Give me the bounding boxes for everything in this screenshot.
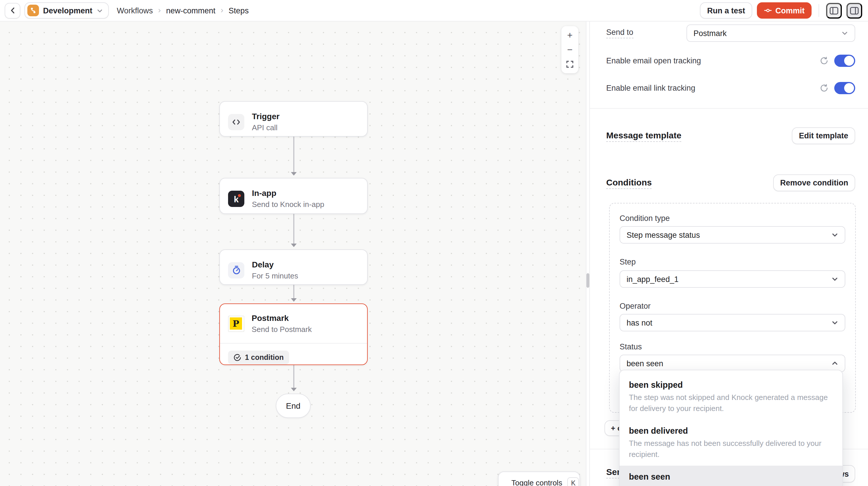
fit-view-button[interactable] <box>562 57 578 71</box>
breadcrumb-steps[interactable]: Steps <box>229 6 249 15</box>
toggle-controls-label: Toggle controls <box>512 479 562 486</box>
node-end[interactable]: End <box>276 394 311 418</box>
chevron-down-icon <box>831 319 838 326</box>
node-subtitle: For 5 minutes <box>252 271 298 281</box>
canvas-zoom-controls: + − <box>561 26 578 73</box>
plus-icon: + <box>567 30 573 40</box>
chevron-down-icon <box>841 30 848 37</box>
step-select[interactable]: in_app_feed_1 <box>620 270 845 288</box>
edit-template-button[interactable]: Edit template <box>792 127 855 144</box>
environment-switcher[interactable]: Development <box>25 2 109 19</box>
node-subtitle: API call <box>252 123 280 133</box>
edit-template-label: Edit template <box>799 131 848 140</box>
option-description: The step was not skipped and Knock gener… <box>629 392 833 414</box>
commit-icon <box>764 6 772 14</box>
breadcrumb: Workflows › new-comment › Steps <box>117 6 249 15</box>
connector-line <box>293 137 294 173</box>
chevron-up-icon <box>831 360 838 367</box>
sync-icon <box>820 84 829 92</box>
node-title: Postmark <box>252 313 312 323</box>
chevron-left-icon <box>8 6 17 14</box>
back-button[interactable] <box>5 3 20 18</box>
conditions-label: Conditions <box>606 177 652 189</box>
connector-arrow-icon <box>290 244 297 247</box>
breadcrumb-separator-icon: › <box>158 5 161 14</box>
message-template-label: Message template <box>606 130 681 141</box>
condition-type-label: Condition type <box>620 214 670 223</box>
chevron-down-icon <box>831 276 838 283</box>
dropdown-option-been-delivered[interactable]: been delivered The message has not been … <box>620 420 842 466</box>
remove-condition-label: Remove condition <box>780 179 848 187</box>
node-title: Delay <box>252 259 298 270</box>
option-title: been skipped <box>629 379 833 391</box>
toggle-left-panel-button[interactable] <box>826 3 842 18</box>
keyboard-shortcut-badge: K <box>567 477 579 486</box>
run-a-test-button[interactable]: Run a test <box>700 2 752 19</box>
breadcrumb-workflow-name[interactable]: new-comment <box>166 6 216 15</box>
fullscreen-icon <box>566 61 574 68</box>
toolbar-divider <box>818 4 819 17</box>
connector-arrow-icon <box>290 388 297 391</box>
knock-dot <box>238 194 241 197</box>
commit-button[interactable]: Commit <box>757 2 812 19</box>
breadcrumb-separator-icon: › <box>221 5 223 14</box>
panel-right-icon <box>849 5 859 15</box>
panel-resize-handle[interactable] <box>586 273 589 288</box>
zoom-out-button[interactable]: − <box>562 42 578 57</box>
link-tracking-toggle[interactable] <box>834 82 855 94</box>
remove-condition-button[interactable]: Remove condition <box>773 174 855 191</box>
workflow-canvas[interactable]: + − Trigger API call <box>0 22 586 486</box>
node-subtitle: Send to Postmark <box>252 324 312 334</box>
node-title: In-app <box>252 188 324 198</box>
send-to-select[interactable]: Postmark <box>686 24 855 42</box>
connector-arrow-icon <box>290 172 297 175</box>
open-tracking-toggle[interactable] <box>834 54 855 67</box>
option-description: The message has not been successfully de… <box>629 438 833 460</box>
check-circle-icon <box>233 353 242 362</box>
node-title: Trigger <box>252 111 280 122</box>
status-select[interactable]: been seen <box>620 355 845 372</box>
section-divider <box>590 108 868 109</box>
run-a-test-label: Run a test <box>707 6 745 15</box>
node-subtitle: Send to Knock in-app <box>252 199 324 209</box>
toggle-controls-bar[interactable]: Toggle controls K <box>498 472 580 486</box>
stopwatch-icon <box>228 262 244 278</box>
step-settings-panel: Send to Postmark Enable email open track… <box>589 22 868 486</box>
dropdown-option-been-skipped[interactable]: been skipped The step was not skipped an… <box>620 374 842 420</box>
panel-left-icon <box>829 5 839 15</box>
option-title: been seen <box>629 471 833 483</box>
toggle-knob <box>844 56 854 65</box>
breadcrumb-workflows[interactable]: Workflows <box>117 6 153 15</box>
step-value: in_app_feed_1 <box>626 275 679 283</box>
send-to-value: Postmark <box>693 29 726 37</box>
node-in-app[interactable]: k In-app Send to Knock in-app <box>219 178 368 214</box>
toggle-right-panel-button[interactable] <box>846 3 862 18</box>
operator-select[interactable]: has not <box>620 314 845 331</box>
code-icon <box>228 114 244 130</box>
workflow-branch-icon <box>27 5 39 16</box>
node-divider <box>220 343 367 344</box>
status-dropdown-menu: been skipped The step was not skipped an… <box>619 370 843 486</box>
sync-icon <box>820 56 829 65</box>
link-tracking-label: Enable email link tracking <box>606 84 695 92</box>
node-trigger[interactable]: Trigger API call <box>219 101 368 137</box>
open-tracking-label: Enable email open tracking <box>606 56 701 65</box>
send-to-label: Send to <box>606 28 633 38</box>
postmark-stamp-icon: P <box>228 315 244 332</box>
zoom-in-button[interactable]: + <box>562 28 578 42</box>
chevron-down-icon <box>831 231 838 238</box>
option-title: been delivered <box>629 425 833 436</box>
operator-value: has not <box>626 318 652 327</box>
status-label: Status <box>620 343 642 351</box>
app-window: Development Workflows › new-comment › St… <box>0 0 868 486</box>
environment-name: Development <box>43 6 93 15</box>
node-delay[interactable]: Delay For 5 minutes <box>219 249 368 285</box>
operator-label: Operator <box>620 302 651 311</box>
commit-label: Commit <box>775 6 805 15</box>
postmark-p-letter: P <box>230 317 242 330</box>
connector-arrow-icon <box>290 298 297 302</box>
dropdown-option-been-seen[interactable]: been seen The message has not been rende… <box>620 466 842 486</box>
condition-type-value: Step message status <box>626 230 700 239</box>
condition-type-select[interactable]: Step message status <box>620 226 845 244</box>
node-postmark[interactable]: P Postmark Send to Postmark 1 condition <box>219 303 368 365</box>
